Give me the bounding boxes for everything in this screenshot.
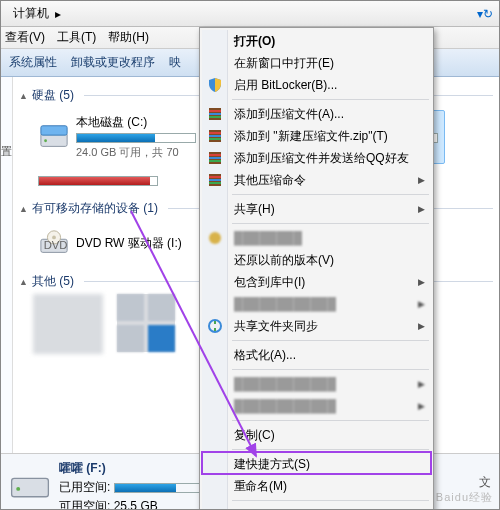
- ctx-copy[interactable]: 复制(C): [202, 424, 431, 446]
- collapse-icon[interactable]: ▲: [19, 277, 28, 287]
- svg-text:DVD: DVD: [44, 239, 68, 251]
- watermark: Baidu经验: [436, 490, 493, 505]
- ctx-format[interactable]: 格式化(A)...: [202, 344, 431, 366]
- svg-rect-21: [209, 154, 221, 156]
- ctx-other-zip[interactable]: 其他压缩命令▶: [202, 169, 431, 191]
- ctx-bitlocker[interactable]: 启用 BitLocker(B)...: [202, 74, 431, 96]
- address-bar: 计算机 ▸ ▾ ↻: [1, 1, 499, 27]
- drive-right-2[interactable]: [33, 172, 81, 190]
- other-item-blurred[interactable]: [117, 294, 175, 352]
- drive-c[interactable]: 本地磁盘 (C:) 24.0 GB 可用，共 70: [33, 110, 203, 164]
- ctx-open[interactable]: 打开(O): [202, 30, 431, 52]
- svg-point-28: [209, 232, 221, 244]
- menu-tools[interactable]: 工具(T): [57, 29, 96, 46]
- drive-c-capacity: [76, 133, 196, 143]
- svg-rect-22: [209, 157, 221, 159]
- svg-rect-1: [41, 126, 67, 135]
- archive-icon: [207, 128, 223, 144]
- svg-rect-18: [209, 135, 221, 137]
- svg-rect-23: [209, 160, 221, 162]
- menu-help[interactable]: 帮助(H): [108, 29, 149, 46]
- hard-drive-icon: [38, 121, 70, 153]
- ctx-sync[interactable]: 共享文件夹同步▶: [202, 315, 431, 337]
- navigation-pane: 置: [1, 77, 13, 453]
- submenu-arrow-icon: ▶: [418, 175, 425, 185]
- archive-icon: [207, 106, 223, 122]
- ctx-disabled-1: ████████: [202, 227, 431, 249]
- chevron-right-icon[interactable]: ▸: [55, 7, 61, 21]
- drive-dvd-name: DVD RW 驱动器 (I:): [76, 235, 182, 252]
- group-title-other: 其他 (5): [32, 273, 74, 290]
- drive-dvd[interactable]: DVD DVD RW 驱动器 (I:): [33, 223, 203, 263]
- svg-rect-14: [209, 113, 221, 115]
- drive-c-name: 本地磁盘 (C:): [76, 114, 196, 131]
- refresh-icon[interactable]: ↻: [483, 7, 493, 21]
- ctx-disabled-2: ████████████▶: [202, 293, 431, 315]
- breadcrumb-computer[interactable]: 计算机: [7, 3, 55, 24]
- svg-rect-17: [209, 132, 221, 134]
- archive-icon: [207, 150, 223, 166]
- archive-icon: [207, 172, 223, 188]
- shield-icon: [207, 77, 223, 93]
- ctx-disabled-4: ████████████▶: [202, 395, 431, 417]
- svg-point-11: [16, 487, 20, 491]
- other-item-blurred[interactable]: [33, 294, 103, 354]
- ctx-add-zip[interactable]: 添加到 "新建压缩文件.zip"(T): [202, 125, 431, 147]
- collapse-icon[interactable]: ▲: [19, 91, 28, 101]
- cmd-system-properties[interactable]: 系统属性: [9, 54, 57, 71]
- app-icon: [207, 230, 223, 246]
- collapse-icon[interactable]: ▲: [19, 204, 28, 214]
- svg-rect-15: [209, 116, 221, 118]
- svg-rect-27: [209, 182, 221, 184]
- ctx-create-shortcut[interactable]: 建快捷方式(S): [202, 453, 431, 475]
- menu-view[interactable]: 查看(V): [5, 29, 45, 46]
- submenu-arrow-icon: ▶: [418, 321, 425, 331]
- ctx-open-new-window[interactable]: 在新窗口中打开(E): [202, 52, 431, 74]
- ctx-share[interactable]: 共享(H)▶: [202, 198, 431, 220]
- cmd-map-drive[interactable]: 映: [169, 54, 181, 71]
- submenu-arrow-icon: ▶: [418, 277, 425, 287]
- context-menu: 打开(O) 在新窗口中打开(E) 启用 BitLocker(B)... 添加到压…: [199, 27, 434, 510]
- ctx-add-archive[interactable]: 添加到压缩文件(A)...: [202, 103, 431, 125]
- svg-point-2: [44, 139, 47, 142]
- cmd-uninstall[interactable]: 卸载或更改程序: [71, 54, 155, 71]
- ctx-disabled-3: ████████████▶: [202, 373, 431, 395]
- drive-c-sub: 24.0 GB 可用，共 70: [76, 145, 196, 160]
- ctx-include-library[interactable]: 包含到库中(I)▶: [202, 271, 431, 293]
- group-title-removable: 有可移动存储的设备 (1): [32, 200, 158, 217]
- submenu-arrow-icon: ▶: [418, 204, 425, 214]
- ctx-add-qq[interactable]: 添加到压缩文件并发送给QQ好友: [202, 147, 431, 169]
- hard-drive-icon: [9, 460, 51, 505]
- svg-rect-19: [209, 138, 221, 140]
- sync-icon: [207, 318, 223, 334]
- group-title-hdd: 硬盘 (5): [32, 87, 74, 104]
- svg-rect-25: [209, 176, 221, 178]
- svg-rect-26: [209, 179, 221, 181]
- ctx-restore[interactable]: 还原以前的版本(V): [202, 249, 431, 271]
- ctx-rename[interactable]: 重命名(M): [202, 475, 431, 497]
- dvd-drive-icon: DVD: [38, 227, 70, 259]
- drive-r2-capacity: [38, 176, 158, 186]
- svg-rect-13: [209, 110, 221, 112]
- status-right-label: 文: [479, 474, 491, 491]
